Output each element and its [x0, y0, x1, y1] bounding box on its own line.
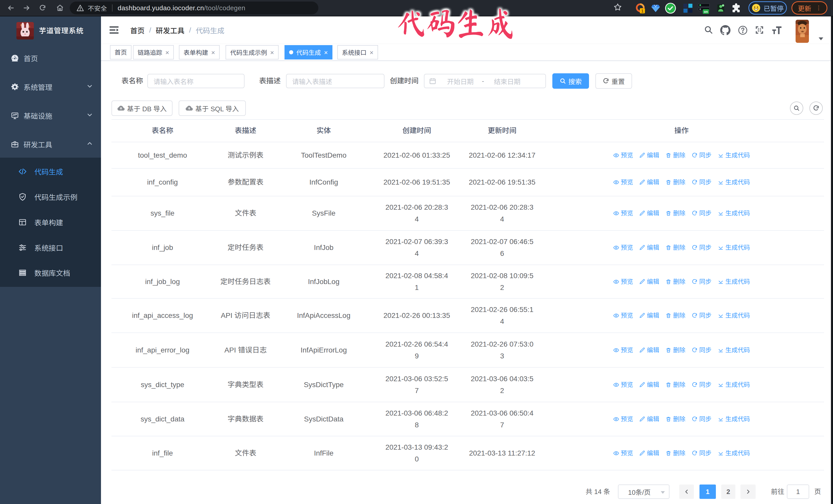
svg-text:on: on	[704, 10, 708, 14]
svg-text:1: 1	[641, 9, 644, 13]
